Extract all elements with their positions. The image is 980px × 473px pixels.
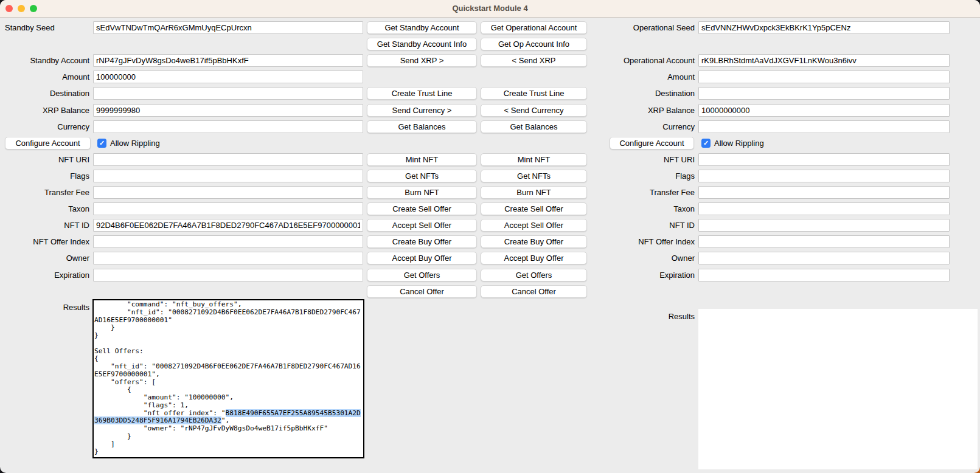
operational-flags-label: Flags [547, 170, 695, 182]
cancel-offer-operational-button[interactable]: Cancel Offer [481, 285, 587, 298]
accept-buy-offer-standby-button[interactable]: Accept Buy Offer [367, 252, 477, 264]
operational-expiration-input[interactable] [698, 269, 950, 281]
operational-nft-offer-index-input[interactable] [698, 235, 950, 248]
get-nfts-standby-button[interactable]: Get NFTs [367, 170, 477, 182]
standby-destination-input[interactable] [93, 87, 363, 100]
checkmark-icon: ✓ [703, 139, 709, 148]
create-trust-line-standby-button[interactable]: Create Trust Line [367, 87, 477, 100]
allow-rippling-standby-label: Allow Rippling [110, 137, 160, 150]
standby-owner-label: Owner [0, 252, 89, 264]
operational-destination-label: Destination [547, 87, 695, 100]
operational-nft-offer-index-label: NFT Offer Index [547, 235, 695, 248]
standby-nft-offer-index-input[interactable] [93, 235, 363, 248]
operational-transfer-fee-label: Transfer Fee [547, 186, 695, 199]
operational-taxon-input[interactable] [698, 202, 950, 215]
app-window: Quickstart Module 4 Standby Seed Standby… [0, 0, 980, 473]
checkmark-icon: ✓ [99, 139, 105, 148]
operational-results-textarea[interactable] [698, 309, 978, 469]
operational-account-input[interactable] [698, 54, 950, 67]
standby-nft-offer-index-label: NFT Offer Index [0, 235, 89, 248]
get-standby-account-button[interactable]: Get Standby Account [367, 21, 477, 34]
create-sell-offer-standby-button[interactable]: Create Sell Offer [367, 202, 477, 215]
standby-account-input[interactable] [93, 54, 363, 67]
operational-flags-input[interactable] [698, 170, 950, 182]
standby-currency-label: Currency [0, 120, 89, 133]
allow-rippling-operational-label: Allow Rippling [714, 137, 764, 150]
cancel-offer-standby-button[interactable]: Cancel Offer [367, 285, 477, 298]
operational-taxon-label: Taxon [547, 202, 695, 215]
standby-amount-input[interactable] [93, 71, 363, 83]
standby-nft-id-label: NFT ID [0, 219, 89, 232]
standby-seed-input[interactable] [93, 21, 363, 34]
allow-rippling-standby-checkbox[interactable]: ✓ [97, 139, 106, 148]
get-standby-account-info-button[interactable]: Get Standby Account Info [367, 38, 477, 50]
operational-nft-uri-label: NFT URI [547, 153, 695, 166]
standby-account-label: Standby Account [0, 54, 89, 67]
standby-xrp-balance-label: XRP Balance [0, 104, 89, 117]
operational-nft-id-input[interactable] [698, 219, 950, 232]
accept-sell-offer-standby-button[interactable]: Accept Sell Offer [367, 219, 477, 232]
standby-nft-uri-label: NFT URI [0, 153, 89, 166]
standby-currency-input[interactable] [93, 120, 363, 133]
operational-nft-id-label: NFT ID [547, 219, 695, 232]
operational-nft-uri-input[interactable] [698, 153, 950, 166]
get-op-account-info-button[interactable]: Get Op Account Info [481, 38, 587, 50]
operational-results-label: Results [547, 310, 695, 323]
title-bar: Quickstart Module 4 [0, 0, 980, 18]
operational-transfer-fee-input[interactable] [698, 186, 950, 199]
standby-owner-input[interactable] [93, 252, 363, 264]
operational-seed-label: Operational Seed [547, 21, 695, 34]
standby-nft-uri-input[interactable] [93, 153, 363, 166]
standby-results-textarea[interactable]: "command": "nft_buy_offers", "nft_id": "… [92, 299, 364, 458]
operational-xrp-balance-input[interactable] [698, 104, 950, 117]
standby-transfer-fee-label: Transfer Fee [0, 186, 89, 199]
configure-account-standby-button[interactable]: Configure Account [5, 137, 91, 150]
standby-taxon-label: Taxon [0, 202, 89, 215]
configure-account-operational-button[interactable]: Configure Account [610, 137, 694, 150]
standby-flags-label: Flags [0, 170, 89, 182]
standby-expiration-input[interactable] [93, 269, 363, 281]
standby-results-text: "command": "nft_buy_offers", "nft_id": "… [94, 300, 363, 456]
mint-nft-standby-button[interactable]: Mint NFT [367, 153, 477, 166]
send-xrp-right-button[interactable]: Send XRP > [367, 54, 477, 67]
standby-expiration-label: Expiration [0, 269, 89, 281]
standby-destination-label: Destination [0, 87, 89, 100]
standby-taxon-input[interactable] [93, 202, 363, 215]
operational-account-label: Operational Account [547, 54, 695, 67]
operational-expiration-label: Expiration [547, 269, 695, 281]
operational-amount-input[interactable] [698, 71, 950, 83]
standby-xrp-balance-input[interactable] [93, 104, 363, 117]
window-title: Quickstart Module 4 [0, 0, 980, 17]
operational-currency-label: Currency [547, 120, 695, 133]
operational-destination-input[interactable] [698, 87, 950, 100]
standby-results-label: Results [0, 301, 89, 314]
operational-owner-input[interactable] [698, 252, 950, 264]
get-offers-standby-button[interactable]: Get Offers [367, 269, 477, 281]
operational-seed-input[interactable] [698, 21, 950, 34]
standby-amount-label: Amount [0, 71, 89, 83]
standby-nft-id-input[interactable] [93, 219, 363, 232]
operational-xrp-balance-label: XRP Balance [547, 104, 695, 117]
get-balances-standby-button[interactable]: Get Balances [367, 120, 477, 133]
standby-flags-input[interactable] [93, 170, 363, 182]
create-buy-offer-standby-button[interactable]: Create Buy Offer [367, 235, 477, 248]
operational-currency-input[interactable] [698, 120, 950, 133]
standby-seed-label: Standby Seed [0, 21, 94, 34]
standby-transfer-fee-input[interactable] [93, 186, 363, 199]
allow-rippling-operational-checkbox[interactable]: ✓ [701, 139, 711, 148]
send-currency-right-button[interactable]: Send Currency > [367, 104, 477, 117]
operational-amount-label: Amount [547, 71, 695, 83]
operational-owner-label: Owner [547, 252, 695, 264]
burn-nft-standby-button[interactable]: Burn NFT [367, 186, 477, 199]
